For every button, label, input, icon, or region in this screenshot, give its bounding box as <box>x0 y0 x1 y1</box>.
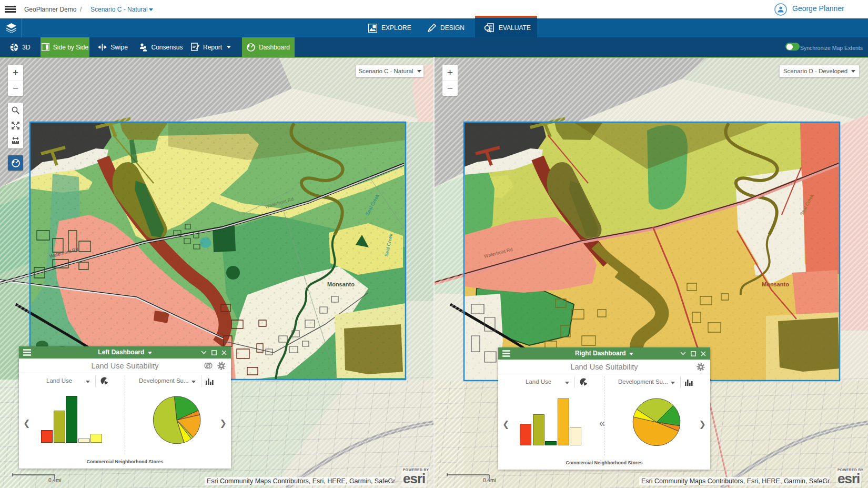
svg-text:Monsanto: Monsanto <box>327 281 355 287</box>
svg-text:Monsanto: Monsanto <box>762 281 789 287</box>
svg-text:0.4mi: 0.4mi <box>48 477 61 483</box>
svg-text:0.4mi: 0.4mi <box>483 477 496 483</box>
